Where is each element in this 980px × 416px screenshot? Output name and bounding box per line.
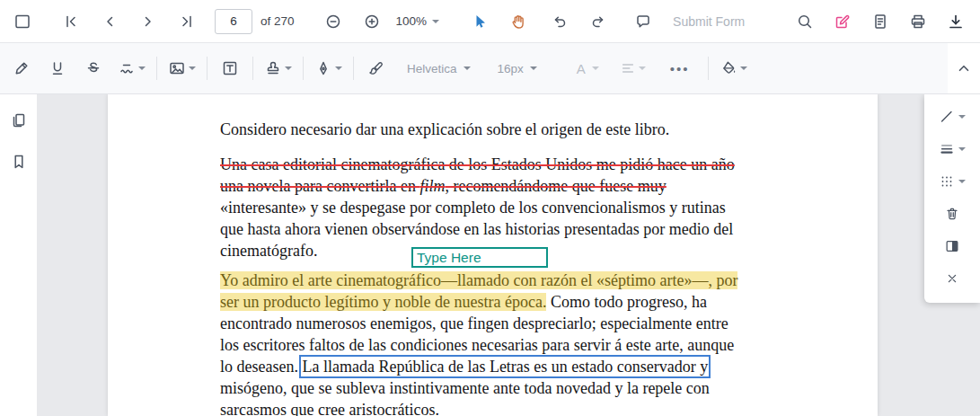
close-icon (945, 271, 959, 286)
delete-annotation-button[interactable] (924, 199, 980, 229)
chevron-down-icon (740, 66, 747, 70)
text-line: ser un producto legítimo y noble de nues… (220, 291, 737, 313)
last-page-icon (178, 13, 196, 31)
toolbar-right-group (791, 8, 971, 35)
thickness-button[interactable] (924, 134, 980, 164)
first-page-icon (62, 13, 80, 31)
select-tool-button[interactable] (466, 8, 493, 35)
text-segment: una novela para convertirla en (220, 177, 419, 195)
text-line: una novela para convertirla en film, rec… (220, 175, 737, 197)
divider (252, 57, 253, 80)
zoom-level-value: 100% (396, 14, 428, 28)
fill-color-icon (720, 59, 737, 77)
image-tool-button[interactable] (165, 54, 199, 83)
comment-icon (634, 13, 652, 31)
print-button[interactable] (905, 8, 931, 35)
rectangle-annotation[interactable]: La llamada República de las Letras es un… (302, 358, 708, 376)
first-page-button[interactable] (57, 8, 84, 35)
underline-tool-button[interactable] (43, 54, 72, 83)
text-segment-italic: film (419, 177, 445, 195)
chevron-down-icon (464, 66, 471, 70)
fill-color-button[interactable] (717, 54, 750, 83)
redo-button[interactable] (585, 8, 612, 35)
chevron-down-icon (138, 66, 146, 70)
annotation-style-panel (924, 94, 980, 303)
form-edit-button[interactable] (829, 8, 856, 35)
underline-tool-icon (49, 59, 66, 77)
highlight-annotation[interactable]: Yo admiro el arte cinematográfico—llamad… (220, 271, 737, 289)
history-group (546, 8, 612, 35)
freetext-annotation[interactable]: Type Here (411, 247, 548, 268)
zoom-in-button[interactable] (358, 8, 385, 35)
text-line: que hasta ahora vienen observándose en l… (220, 218, 737, 240)
next-page-button[interactable] (135, 8, 162, 35)
font-size-select[interactable]: 16px (494, 54, 541, 83)
print-icon (909, 13, 927, 31)
page-count-label: of 270 (260, 14, 295, 28)
pan-tool-icon (509, 13, 527, 31)
chevron-down-icon (592, 66, 599, 70)
notes-button[interactable] (867, 8, 894, 35)
next-page-icon (139, 13, 157, 31)
brush-tool-button[interactable] (362, 54, 391, 83)
highlight-tool-button[interactable] (7, 54, 36, 83)
strikeout-annotation[interactable]: Una casa editorial cinematográfica de lo… (220, 155, 735, 173)
document-viewport[interactable]: Considero necesario dar una explicación … (37, 94, 980, 416)
pen-tool-icon (314, 59, 332, 77)
stamp-tool-button[interactable] (261, 54, 295, 83)
freetext-tool-icon (221, 59, 239, 77)
search-button[interactable] (791, 8, 818, 35)
text-segment: Como todo progreso, ha (546, 293, 706, 311)
notes-icon (871, 13, 889, 31)
text-color-select[interactable]: A (573, 54, 603, 83)
page-thumbnails-button[interactable] (5, 107, 32, 134)
font-size-value: 16px (498, 62, 524, 75)
pan-tool-button[interactable] (505, 8, 532, 35)
download-icon (947, 13, 965, 31)
strikeout-annotation[interactable]: una novela para convertirla en film, rec… (220, 177, 667, 195)
close-panel-button[interactable] (924, 263, 980, 294)
squiggly-tool-button[interactable] (115, 54, 148, 83)
layout-split-button[interactable] (924, 231, 980, 261)
zoom-out-icon (324, 13, 342, 31)
opacity-icon (939, 173, 955, 190)
undo-button[interactable] (546, 8, 573, 35)
chevron-down-icon (189, 66, 196, 70)
download-button[interactable] (942, 8, 969, 35)
chevron-down-icon (958, 115, 966, 119)
text-line: encontrado numerosos enemigos, que finge… (220, 313, 737, 334)
line-style-button[interactable] (924, 102, 980, 132)
form-edit-icon (834, 13, 852, 31)
text-align-select[interactable] (617, 54, 649, 83)
font-family-select[interactable]: Helvetica (403, 54, 474, 83)
thickness-icon (939, 141, 955, 157)
strikeout-tool-button[interactable] (79, 54, 108, 83)
opacity-button[interactable] (924, 166, 980, 197)
zoom-out-button[interactable] (320, 8, 347, 35)
undo-icon (551, 13, 569, 31)
collapse-toolbar-button[interactable] (948, 43, 980, 93)
page-number-input[interactable] (215, 9, 252, 34)
freetext-tool-button[interactable] (216, 54, 244, 83)
bookmarks-button[interactable] (5, 148, 32, 175)
text-align-icon (620, 60, 636, 76)
comment-button[interactable] (630, 8, 657, 35)
stamp-tool-icon (264, 59, 282, 77)
text-segment: lo deseasen. (220, 358, 302, 376)
delete-icon (944, 206, 960, 222)
last-page-button[interactable] (173, 8, 200, 35)
highlight-annotation[interactable]: ser un producto legítimo y noble de nues… (220, 293, 546, 311)
pen-tool-button[interactable] (312, 54, 345, 83)
zoom-level-select[interactable]: 100% (393, 8, 444, 35)
prev-page-icon (101, 13, 119, 31)
pages-icon (10, 111, 28, 129)
submit-form-button[interactable]: Submit Form (667, 8, 750, 35)
prev-page-button[interactable] (96, 8, 123, 35)
chevron-down-icon (958, 147, 966, 151)
chevron-down-icon (432, 20, 439, 23)
layout-split-icon (944, 238, 960, 254)
panel-toggle-button[interactable] (9, 8, 36, 35)
divider (353, 57, 354, 80)
more-options-button[interactable]: ••• (667, 61, 693, 76)
top-toolbar: of 270 100% Submit Form (0, 0, 980, 43)
